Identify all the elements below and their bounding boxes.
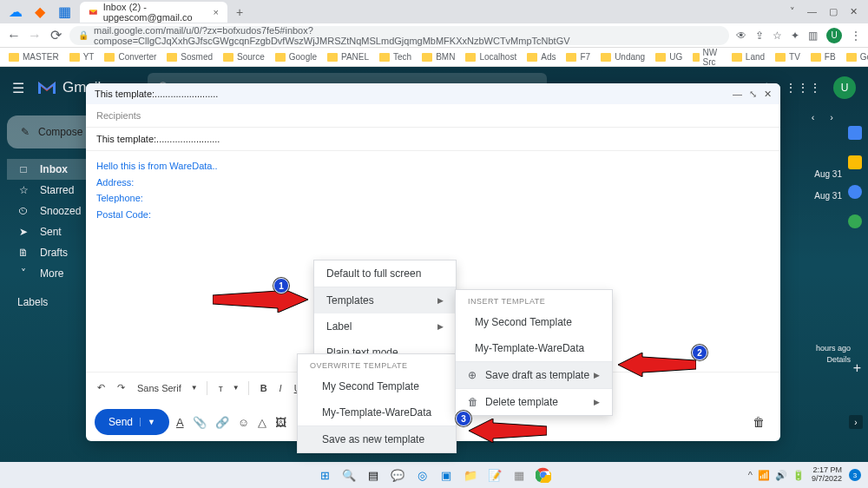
close-icon[interactable]: ✕ <box>764 89 772 100</box>
chat-app[interactable]: 💬 <box>388 465 407 485</box>
bookmark-item[interactable]: Converter <box>104 52 156 62</box>
star-icon[interactable]: ☆ <box>773 30 782 42</box>
minimize-icon[interactable]: — <box>733 89 742 100</box>
bookmark-item[interactable]: Gov <box>846 52 868 62</box>
lock-icon: 🔒 <box>78 30 89 40</box>
window-close[interactable]: ✕ <box>850 6 858 17</box>
bookmark-item[interactable]: Google <box>275 52 317 62</box>
system-clock[interactable]: 2:17 PM 9/7/2022 <box>812 466 842 484</box>
search-button[interactable]: 🔍 <box>339 465 358 485</box>
wifi-icon[interactable]: 📶 <box>758 470 770 481</box>
calendar-icon[interactable] <box>848 126 862 140</box>
redo-icon[interactable]: ↷ <box>115 380 128 395</box>
svg-marker-2 <box>469 419 547 443</box>
send-button[interactable]: Send ▼ <box>95 409 169 435</box>
start-button[interactable]: ⊞ <box>315 465 334 485</box>
bookmark-item[interactable]: Tech <box>379 52 411 62</box>
apps-icon[interactable]: ⋮⋮⋮ <box>785 81 821 95</box>
url-input[interactable]: 🔒 mail.google.com/mail/u/0/?zx=bofxudos7… <box>69 26 729 45</box>
app-icon[interactable]: ▣ <box>437 465 456 485</box>
active-tab[interactable]: Inbox (2) - upgescom@gmail.co × <box>80 2 227 23</box>
compose-title-bar[interactable]: This template:........................ —… <box>86 83 780 104</box>
formatting-icon[interactable]: A <box>176 416 184 429</box>
menu-item-templates[interactable]: Templates▶ <box>314 287 456 313</box>
next-page-button[interactable]: › <box>830 112 833 122</box>
bookmark-item[interactable]: F7 <box>566 52 590 62</box>
menu-icon[interactable]: ⋮ <box>851 30 861 42</box>
fullscreen-icon[interactable]: ⤡ <box>749 89 757 100</box>
link-icon[interactable]: 🔗 <box>215 416 229 429</box>
forward-button[interactable]: → <box>28 29 42 43</box>
share-icon[interactable]: ⇪ <box>755 30 764 42</box>
bookmark-item[interactable]: PANEL <box>327 52 369 62</box>
profile-avatar[interactable]: U <box>826 28 842 43</box>
menu-item-save-new-template[interactable]: Save as new template <box>298 426 456 452</box>
extensions-icon[interactable]: ✦ <box>791 30 799 42</box>
italic-icon[interactable]: I <box>277 381 285 395</box>
back-button[interactable]: ← <box>7 29 21 43</box>
font-select[interactable]: Sans Serif <box>135 381 184 395</box>
send-options-icon[interactable]: ▼ <box>140 418 155 426</box>
side-panel-toggle[interactable]: › <box>849 415 863 429</box>
menu-item-fullscreen[interactable]: Default to full screen <box>314 260 456 287</box>
bookmark-item[interactable]: MASTER <box>9 52 59 62</box>
reload-button[interactable]: ⟳ <box>49 29 62 43</box>
menu-item-save-draft-template[interactable]: ⊕Save draft as template▶ <box>456 362 612 388</box>
chrome-app[interactable] <box>534 465 553 485</box>
drive-icon[interactable]: △ <box>258 416 266 429</box>
explorer-app[interactable]: 📁 <box>461 465 480 485</box>
emoji-icon[interactable]: ☺ <box>238 416 249 429</box>
addons-plus-icon[interactable]: + <box>853 360 861 376</box>
pinned-tab[interactable]: ▦ <box>54 3 75 21</box>
bookmark-item[interactable]: UG <box>655 52 682 62</box>
tasks-icon[interactable] <box>848 185 862 199</box>
subject-field[interactable]: This template:........................ <box>86 128 780 151</box>
bookmark-item[interactable]: Ads <box>527 52 556 62</box>
tray-chevron-icon[interactable]: ^ <box>748 470 753 481</box>
notification-badge[interactable]: 3 <box>849 469 861 481</box>
menu-item-template[interactable]: My Second Template <box>298 373 456 399</box>
menu-item-template[interactable]: My-Template-WareData <box>298 399 456 425</box>
new-tab-button[interactable]: + <box>236 5 243 19</box>
undo-icon[interactable]: ↶ <box>95 380 108 395</box>
notepad-app[interactable]: 📝 <box>485 465 504 485</box>
battery-icon[interactable]: 🔋 <box>792 470 805 481</box>
bookmark-item[interactable]: NW Src <box>693 48 721 67</box>
keep-icon[interactable] <box>848 155 862 169</box>
task-view-button[interactable]: ▤ <box>364 465 383 485</box>
discard-draft-icon[interactable]: 🗑 <box>753 415 772 429</box>
bookmark-item[interactable]: FB <box>811 52 836 62</box>
menu-item-label[interactable]: Label▶ <box>314 313 456 340</box>
sidepanel-icon[interactable]: ▥ <box>808 30 818 42</box>
window-maximize[interactable]: ▢ <box>829 6 838 17</box>
menu-item-template[interactable]: My Second Template <box>456 309 612 335</box>
bookmark-item[interactable]: BMN <box>422 52 455 62</box>
chevron-down-icon[interactable]: ˅ <box>790 6 795 17</box>
bookmark-item[interactable]: TV <box>775 52 800 62</box>
contacts-icon[interactable] <box>848 214 862 228</box>
image-icon[interactable]: 🖼 <box>275 416 286 429</box>
attach-icon[interactable]: 📎 <box>193 416 207 429</box>
edge-app[interactable]: ◎ <box>412 465 431 485</box>
pinned-tab[interactable]: ☁ <box>5 3 26 21</box>
bookmark-item[interactable]: Land <box>732 52 765 62</box>
bookmark-item[interactable]: Undang <box>601 52 645 62</box>
bookmark-item[interactable]: Source <box>223 52 265 62</box>
hamburger-icon[interactable]: ☰ <box>12 80 24 96</box>
prev-page-button[interactable]: ‹ <box>812 112 815 122</box>
app-icon[interactable]: ▦ <box>510 465 529 485</box>
tab-close-icon[interactable]: × <box>214 7 219 17</box>
bookmark-item[interactable]: YT <box>69 52 95 62</box>
bookmark-item[interactable]: Sosmed <box>167 52 213 62</box>
font-size-icon[interactable]: т <box>216 381 226 395</box>
account-avatar[interactable]: U <box>833 76 856 99</box>
menu-item-delete-template[interactable]: 🗑Delete template▶ <box>456 389 612 415</box>
bold-icon[interactable]: B <box>258 381 270 395</box>
eye-icon[interactable]: 👁 <box>736 30 746 42</box>
menu-item-template[interactable]: My-Template-WareData <box>456 335 612 361</box>
recipients-field[interactable]: Recipients <box>86 104 780 128</box>
bookmark-item[interactable]: Localhost <box>465 52 516 62</box>
volume-icon[interactable]: 🔊 <box>775 470 787 481</box>
window-minimize[interactable]: — <box>807 6 817 17</box>
pinned-tab[interactable]: ◆ <box>30 3 50 21</box>
